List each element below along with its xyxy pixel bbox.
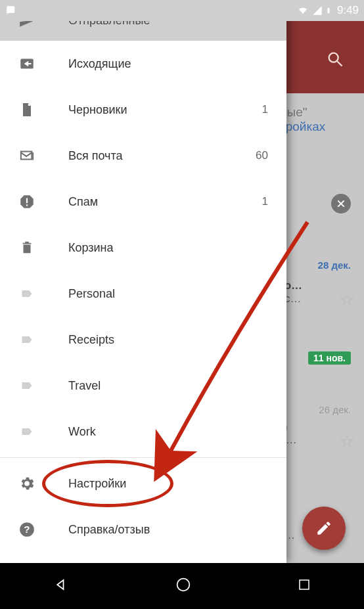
status-bar: 9:49 xyxy=(0,0,364,21)
wifi-icon xyxy=(296,5,309,16)
recents-button[interactable] xyxy=(296,577,312,595)
draft-icon xyxy=(17,101,37,118)
trash-icon xyxy=(17,239,37,256)
drawer-label: Travel xyxy=(68,379,101,393)
svg-rect-7 xyxy=(26,198,28,204)
drawer-item-receipts[interactable]: Receipts xyxy=(0,317,286,363)
drawer-label: Настройки xyxy=(68,477,126,491)
drawer-label: Work xyxy=(68,425,96,439)
bg-new-chip: 11 нов. xyxy=(308,351,351,365)
outbox-icon xyxy=(17,55,37,72)
label-icon xyxy=(17,425,37,438)
drawer-item-settings[interactable]: Настройки xyxy=(0,461,286,507)
drawer-label: Черновики xyxy=(68,103,127,117)
settings-icon xyxy=(17,475,37,492)
drawer-item-travel[interactable]: Travel xyxy=(0,363,286,409)
drawer-label: Корзина xyxy=(68,241,114,255)
drawer-item-trash[interactable]: Корзина xyxy=(0,225,286,271)
drawer-count: 1 xyxy=(262,103,268,116)
drawer-item-help[interactable]: ? Справка/отзыв xyxy=(0,507,286,553)
drawer-label: Personal xyxy=(68,287,115,301)
drawer-label: Вся почта xyxy=(68,149,123,163)
system-nav-bar xyxy=(0,563,364,609)
drawer-item-spam[interactable]: Спам 1 xyxy=(0,179,286,225)
star-icon[interactable] xyxy=(339,292,355,311)
save-indicator-icon xyxy=(5,5,17,16)
search-icon[interactable] xyxy=(326,50,344,71)
compose-fab[interactable] xyxy=(302,507,346,550)
cell-signal-icon xyxy=(312,5,323,16)
bg-date: 26 дек. xyxy=(319,404,351,415)
label-icon xyxy=(17,333,37,346)
svg-rect-3 xyxy=(300,580,309,589)
svg-point-0 xyxy=(329,53,338,62)
star-icon[interactable] xyxy=(339,434,355,452)
back-button[interactable] xyxy=(52,575,70,597)
svg-point-2 xyxy=(177,579,190,591)
svg-text:?: ? xyxy=(24,524,30,535)
navigation-drawer: Отправленные Исходящие Черновики 1 Вся п… xyxy=(0,0,286,563)
home-button[interactable] xyxy=(174,575,193,597)
allmail-icon xyxy=(17,148,37,163)
svg-line-1 xyxy=(338,62,342,66)
spam-icon xyxy=(17,193,37,210)
bg-date: 28 дек. xyxy=(318,259,351,271)
divider xyxy=(0,457,286,458)
drawer-count: 60 xyxy=(256,149,268,162)
battery-icon xyxy=(325,5,332,16)
label-icon xyxy=(17,379,37,392)
help-icon: ? xyxy=(17,521,37,538)
drawer-item-personal[interactable]: Personal xyxy=(0,271,286,317)
label-icon xyxy=(17,287,37,300)
drawer-label: Спам xyxy=(68,195,98,209)
clock: 9:49 xyxy=(337,4,359,17)
dismiss-icon[interactable] xyxy=(331,194,351,214)
bg-snippet: ные"тройках xyxy=(280,105,352,134)
drawer-label: Справка/отзыв xyxy=(68,523,150,537)
drawer-label: Receipts xyxy=(68,333,114,347)
drawer-label: Исходящие xyxy=(68,57,131,71)
drawer-count: 1 xyxy=(262,195,268,208)
svg-rect-8 xyxy=(26,204,28,206)
drawer-item-work[interactable]: Work xyxy=(0,409,286,455)
drawer-item-drafts[interactable]: Черновики 1 xyxy=(0,87,286,133)
drawer-item-outbox[interactable]: Исходящие xyxy=(0,41,286,87)
drawer-item-allmail[interactable]: Вся почта 60 xyxy=(0,133,286,179)
svg-rect-5 xyxy=(21,152,32,160)
pencil-icon xyxy=(315,520,332,537)
